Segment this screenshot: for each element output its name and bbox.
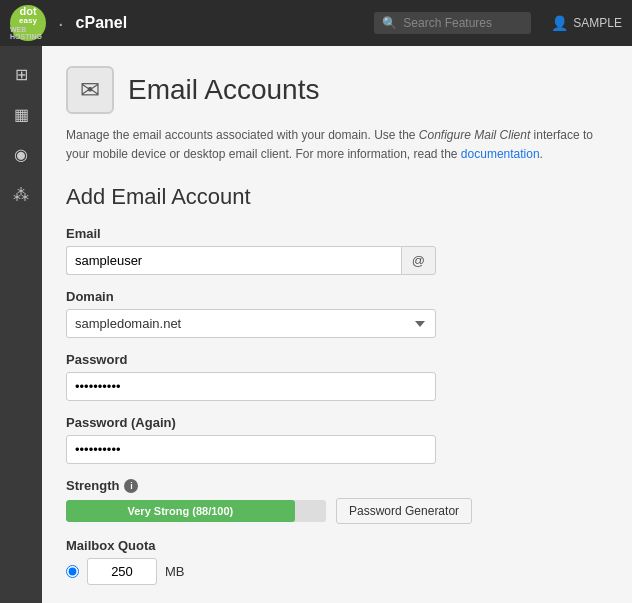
logo-web-text: WEB HOSTING — [10, 26, 46, 41]
search-area[interactable]: 🔍 — [374, 12, 531, 34]
quota-row: MB — [66, 558, 608, 585]
description-italic: Configure Mail Client — [419, 128, 530, 142]
top-navigation: dot easy WEB HOSTING · cPanel 🔍 👤 SAMPLE — [0, 0, 632, 46]
strength-bar: Very Strong (88/100) — [66, 500, 326, 522]
quota-input[interactable] — [87, 558, 157, 585]
password-again-input[interactable] — [66, 435, 436, 464]
email-label: Email — [66, 226, 608, 241]
domain-field-group: Domain sampledomain.net — [66, 289, 608, 338]
sidebar-item-grid[interactable]: ⊞ — [3, 56, 39, 92]
domain-select[interactable]: sampledomain.net — [66, 309, 436, 338]
cpanel-label: cPanel — [76, 14, 128, 32]
email-accounts-icon: ✉ — [66, 66, 114, 114]
quota-radio[interactable] — [66, 565, 79, 578]
password-generator-button[interactable]: Password Generator — [336, 498, 472, 524]
sidebar-item-users[interactable]: ⁂ — [3, 176, 39, 212]
user-icon: 👤 — [551, 15, 568, 31]
quota-field-group: Mailbox Quota MB — [66, 538, 608, 585]
documentation-link[interactable]: documentation — [461, 147, 540, 161]
description-text-1: Manage the email accounts associated wit… — [66, 128, 419, 142]
password-label: Password — [66, 352, 608, 367]
search-input[interactable] — [403, 16, 523, 30]
quota-unit: MB — [165, 564, 185, 579]
search-icon: 🔍 — [382, 16, 397, 30]
strength-label-row: Strength i — [66, 478, 608, 493]
sidebar-item-palette[interactable]: ◉ — [3, 136, 39, 172]
email-field-wrap: @ — [66, 246, 436, 275]
user-area: 👤 SAMPLE — [551, 15, 622, 31]
password-field-group: Password — [66, 352, 608, 401]
main-layout: ⊞ ▦ ◉ ⁂ ✉ Email Accounts Manage the emai… — [0, 46, 632, 603]
envelope-icon: ✉ — [80, 76, 100, 104]
quota-label: Mailbox Quota — [66, 538, 608, 553]
main-content: ✉ Email Accounts Manage the email accoun… — [42, 46, 632, 603]
password-input[interactable] — [66, 372, 436, 401]
strength-row: Very Strong (88/100) Password Generator — [66, 498, 608, 524]
domain-label: Domain — [66, 289, 608, 304]
strength-text: Very Strong (88/100) — [128, 505, 234, 517]
page-title: Email Accounts — [128, 74, 319, 106]
password-again-field-group: Password (Again) — [66, 415, 608, 464]
email-field-group: Email @ — [66, 226, 608, 275]
strength-info-icon[interactable]: i — [124, 479, 138, 493]
password-again-label: Password (Again) — [66, 415, 608, 430]
strength-label-text: Strength — [66, 478, 119, 493]
logo-divider: · — [58, 12, 64, 35]
user-label: SAMPLE — [573, 16, 622, 30]
sidebar: ⊞ ▦ ◉ ⁂ — [0, 46, 42, 603]
page-header: ✉ Email Accounts — [66, 66, 608, 114]
email-input[interactable] — [66, 246, 401, 275]
add-email-section-title: Add Email Account — [66, 184, 608, 210]
at-sign: @ — [401, 246, 436, 275]
strength-bar-fill: Very Strong (88/100) — [66, 500, 295, 522]
logo-icon: dot easy WEB HOSTING — [10, 5, 46, 41]
strength-field-group: Strength i Very Strong (88/100) Password… — [66, 478, 608, 524]
sidebar-item-chart[interactable]: ▦ — [3, 96, 39, 132]
logo-area: dot easy WEB HOSTING · cPanel — [10, 5, 127, 41]
description-end: . — [540, 147, 543, 161]
logo-easy-text: easy — [19, 17, 37, 26]
page-description: Manage the email accounts associated wit… — [66, 126, 608, 164]
